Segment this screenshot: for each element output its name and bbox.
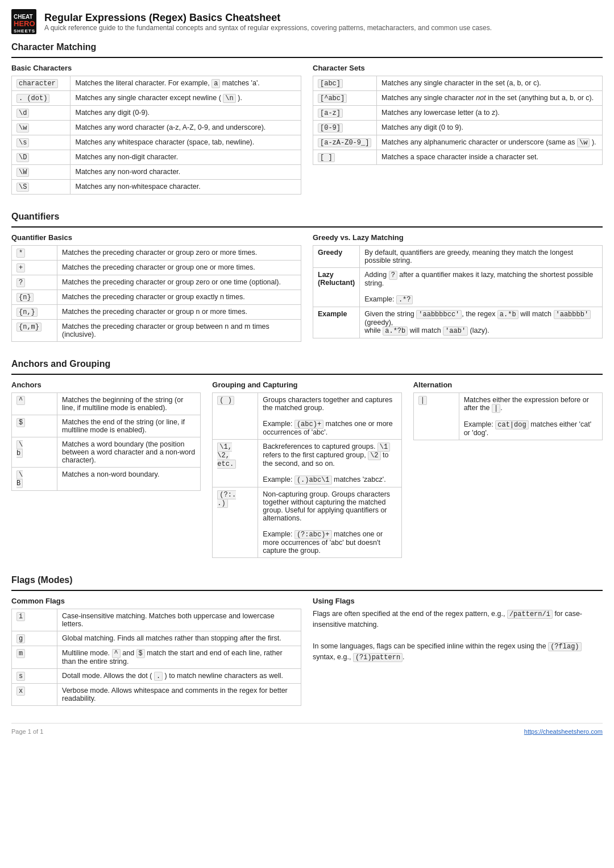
- table-cell: Matches any whitespace character (space,…: [70, 135, 301, 150]
- table-cell: Matches the preceding character or group…: [57, 246, 301, 261]
- code-wB: \B: [16, 470, 23, 488]
- anchors-grouping-cols: Anchors ^ Matches the beginning of the s…: [11, 381, 603, 566]
- quantifier-basics-block: Quantifier Basics * Matches the precedin…: [11, 233, 301, 350]
- table-row: \D Matches any non-digit character.: [12, 150, 301, 165]
- table-cell: Matches any digit (0-9).: [70, 106, 301, 121]
- code-flag-m: m: [16, 649, 25, 658]
- flags-section: Flags (Modes) Common Flags i Case-insens…: [11, 575, 603, 714]
- table-row: \w Matches any word character (a-z, A-Z,…: [12, 121, 301, 135]
- table-cell: Given the string 'aabbbbcc', the regex a…: [360, 307, 603, 338]
- table-row: [^abc] Matches any single character not …: [313, 91, 603, 106]
- character-matching-section: Character Matching Basic Characters char…: [11, 42, 603, 202]
- table-row: Greedy By default, quantifiers are greed…: [313, 246, 603, 268]
- table-cell: Global matching. Finds all matches rathe…: [57, 631, 301, 646]
- table-row: \W Matches any non-word character.: [12, 165, 301, 180]
- alternation-title: Alternation: [413, 381, 603, 389]
- table-cell: Matches a non-word boundary.: [57, 468, 201, 491]
- table-row: Example Given the string 'aabbbbcc', the…: [313, 307, 603, 338]
- table-cell: Matches any lowercase letter (a to z).: [377, 106, 603, 121]
- greedy-lazy-table: Greedy By default, quantifiers are greed…: [313, 245, 603, 338]
- table-row: $ Matches the end of the string (or line…: [12, 415, 201, 437]
- quantifier-basics-table: * Matches the preceding character or gro…: [11, 245, 301, 342]
- table-cell: Matches any non-whitespace character.: [70, 180, 301, 195]
- character-sets-title: Character Sets: [313, 64, 603, 72]
- table-cell: Matches any alphanumeric character or un…: [377, 135, 603, 150]
- table-row: [0-9] Matches any digit (0 to 9).: [313, 121, 603, 135]
- code-0-9: [0-9]: [318, 123, 343, 133]
- table-cell: Matches a space character inside a chara…: [377, 150, 603, 165]
- code-flag-s: s: [16, 672, 25, 681]
- svg-text:HERO: HERO: [14, 19, 35, 28]
- using-flags-block: Using Flags Flags are often specified at…: [313, 597, 603, 714]
- table-row: \s Matches any whitespace character (spa…: [12, 135, 301, 150]
- code-D: \D: [16, 153, 29, 162]
- alternation-table: | Matches either the expression before o…: [413, 392, 603, 440]
- table-cell: Matches a word boundary (the position be…: [57, 437, 201, 468]
- quantifiers-title: Quantifiers: [11, 212, 603, 222]
- table-cell: Matches the literal character. For examp…: [70, 76, 301, 91]
- code-w: \w: [16, 123, 29, 133]
- code-n-m: {n,m}: [16, 323, 42, 332]
- table-cell-label: Greedy: [313, 246, 360, 268]
- code-n-comma: {n,}: [16, 308, 38, 317]
- table-row: + Matches the preceding character or gro…: [12, 261, 301, 275]
- table-cell: Multiline mode. ^ and $ match the start …: [57, 646, 301, 669]
- table-row: ? Matches the preceding character or gro…: [12, 275, 301, 290]
- code-n: {n}: [16, 293, 34, 302]
- footer-link[interactable]: https://cheatsheetshero.com: [524, 728, 603, 735]
- using-flags-desc: Flags are often specified at the end of …: [313, 609, 603, 663]
- table-row: character Matches the literal character.…: [12, 76, 301, 91]
- anchors-title: Anchors: [11, 381, 201, 389]
- code-S: \S: [16, 183, 29, 192]
- logo-icon: CHEAT HERO SHEETS: [11, 9, 36, 34]
- alternation-block: Alternation | Matches either the express…: [413, 381, 603, 566]
- table-row: m Multiline mode. ^ and $ match the star…: [12, 646, 301, 669]
- greedy-lazy-block: Greedy vs. Lazy Matching Greedy By defau…: [313, 233, 603, 350]
- table-row: (?:..) Non-capturing group. Groups chara…: [213, 487, 401, 558]
- table-cell: Matches the end of the string (or line, …: [57, 415, 201, 437]
- grouping-table: ( ) Groups characters together and captu…: [212, 392, 401, 558]
- table-cell: Backreferences to captured groups. \1 re…: [258, 440, 401, 487]
- character-matching-cols: Basic Characters character Matches the l…: [11, 64, 603, 202]
- table-cell: Matches any non-word character.: [70, 165, 301, 180]
- section-divider-3: [11, 374, 603, 375]
- table-cell: Non-capturing group. Groups characters t…: [258, 487, 401, 558]
- table-cell: By default, quantifiers are greedy, mean…: [360, 246, 603, 268]
- quantifiers-cols: Quantifier Basics * Matches the precedin…: [11, 233, 603, 350]
- table-cell: Adding ? after a quantifier makes it laz…: [360, 268, 603, 307]
- page-footer: Page 1 of 1 https://cheatsheetshero.com: [11, 723, 603, 735]
- table-row: * Matches the preceding character or gro…: [12, 246, 301, 261]
- code-plus: +: [16, 263, 25, 272]
- code-parens: ( ): [217, 396, 234, 405]
- code-flag-g: g: [16, 634, 25, 643]
- anchors-grouping-title: Anchors and Grouping: [11, 359, 603, 369]
- code-backref: \1,\2,etc.: [217, 443, 236, 469]
- table-row: . (dot) Matches any single character exc…: [12, 91, 301, 106]
- table-cell: Groups characters together and captures …: [258, 393, 401, 440]
- table-row: \b Matches a word boundary (the position…: [12, 437, 201, 468]
- quantifiers-section: Quantifiers Quantifier Basics * Matches …: [11, 212, 603, 350]
- table-cell-label: Lazy(Reluctant): [313, 268, 360, 307]
- code-flag-i: i: [16, 612, 25, 621]
- code-flag-x: x: [16, 687, 25, 696]
- common-flags-title: Common Flags: [11, 597, 301, 605]
- table-row: {n,m} Matches the preceding character or…: [12, 320, 301, 342]
- table-cell: Matches the preceding character or group…: [57, 320, 301, 342]
- table-row: ( ) Groups characters together and captu…: [213, 393, 401, 440]
- code-not-abc: [^abc]: [318, 94, 347, 103]
- code-non-capture: (?:..): [217, 490, 236, 508]
- using-flags-title: Using Flags: [313, 597, 603, 605]
- table-row: [ ] Matches a space character inside a c…: [313, 150, 603, 165]
- code-abc: [abc]: [318, 79, 343, 88]
- table-cell: Matches any non-digit character.: [70, 150, 301, 165]
- anchors-grouping-section: Anchors and Grouping Anchors ^ Matches t…: [11, 359, 603, 566]
- section-divider-2: [11, 226, 603, 228]
- header-text: Regular Expressions (Regex) Basics Cheat…: [44, 12, 492, 32]
- table-row: [a-zA-Z0-9_] Matches any alphanumeric ch…: [313, 135, 603, 150]
- table-cell: Matches any single character not in the …: [377, 91, 603, 106]
- grouping-title: Grouping and Capturing: [212, 381, 401, 389]
- code-star: *: [16, 249, 25, 258]
- table-row: \d Matches any digit (0-9).: [12, 106, 301, 121]
- quantifier-basics-title: Quantifier Basics: [11, 233, 301, 242]
- code-pipe: |: [418, 396, 427, 405]
